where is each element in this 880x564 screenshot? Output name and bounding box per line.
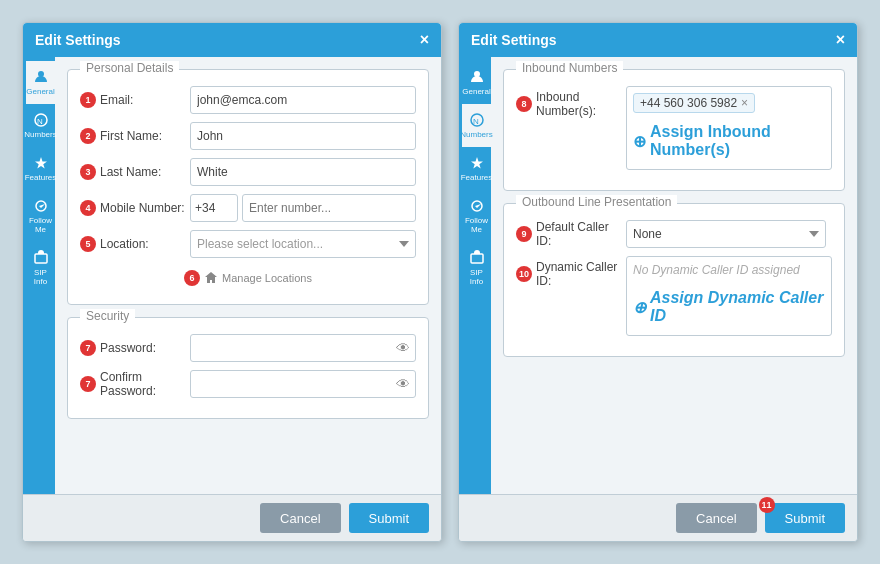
left-cancel-button[interactable]: Cancel: [260, 503, 340, 533]
left-dialog-header: Edit Settings ×: [23, 23, 441, 57]
svg-rect-3: [35, 254, 47, 263]
right-sidebar-item-numbers[interactable]: N Numbers: [459, 104, 491, 147]
lastname-badge: 3: [80, 164, 96, 180]
security-section: Security 7 Password: 👁: [67, 317, 429, 419]
password-label-group: 7 Password:: [80, 340, 190, 356]
left-sidebar: General N Numbers Features Follow Me SIP…: [23, 57, 55, 494]
personal-details-section: Personal Details 1 Email: 2: [67, 69, 429, 305]
inbound-number-value: +44 560 306 5982: [640, 96, 737, 110]
right-sidebar-item-sip[interactable]: SIP Info: [459, 242, 491, 294]
manage-locations-row[interactable]: 6 Manage Locations: [80, 266, 416, 292]
right-submit-button[interactable]: Submit: [765, 503, 845, 533]
right-cancel-button[interactable]: Cancel: [676, 503, 756, 533]
location-label-text: Location:: [100, 237, 149, 251]
inbound-label-group: 8 Inbound Number(s):: [516, 86, 626, 118]
right-dialog-header: Edit Settings ×: [459, 23, 857, 57]
email-input[interactable]: [190, 86, 416, 114]
manage-locations-label: Manage Locations: [222, 272, 312, 284]
assign-inbound-link[interactable]: ⊕ Assign Inbound Number(s): [633, 117, 825, 163]
caller-id-label-text: Default Caller ID:: [536, 220, 626, 248]
email-row: 1 Email:: [80, 86, 416, 114]
inbound-section: Inbound Numbers 8 Inbound Number(s): +44…: [503, 69, 845, 191]
caller-id-label-group: 9 Default Caller ID:: [516, 220, 626, 248]
sidebar-item-numbers[interactable]: N Numbers: [23, 104, 55, 147]
firstname-input[interactable]: [190, 122, 416, 150]
right-dialog-close[interactable]: ×: [836, 31, 845, 49]
security-content: 7 Password: 👁 7 Confirm Password:: [68, 318, 428, 418]
firstname-badge: 2: [80, 128, 96, 144]
right-sidebar: General N Numbers Features Follow Me SIP…: [459, 57, 491, 494]
inbound-number-tag: +44 560 306 5982 ×: [633, 93, 755, 113]
inbound-row: 8 Inbound Number(s): +44 560 306 5982 × …: [516, 86, 832, 170]
sidebar-numbers-label: Numbers: [24, 130, 56, 139]
dynamic-label-group: 10 Dynamic Caller ID:: [516, 256, 626, 288]
caller-id-select[interactable]: None: [626, 220, 826, 248]
password-eye-icon[interactable]: 👁: [396, 340, 410, 356]
right-sidebar-sip-label: SIP Info: [464, 268, 489, 286]
password-row: 7 Password: 👁: [80, 334, 416, 362]
dynamic-label-text: Dynamic Caller ID:: [536, 260, 626, 288]
outbound-section: Outbound Line Presentation 9 Default Cal…: [503, 203, 845, 357]
confirm-password-row: 7 Confirm Password: 👁: [80, 370, 416, 398]
right-sidebar-features-label: Features: [461, 173, 493, 182]
sidebar-item-features[interactable]: Features: [23, 147, 55, 190]
confirm-label-text: Confirm Password:: [100, 370, 190, 398]
right-submit-wrapper: 11 Submit: [765, 503, 845, 533]
mobile-number-input[interactable]: [242, 194, 416, 222]
location-select[interactable]: Please select location...: [190, 230, 416, 258]
dynamic-placeholder-text: No Dynamic Caller ID assigned: [633, 263, 825, 277]
left-dialog: Edit Settings × General N Numbers Featur…: [22, 22, 442, 542]
right-sidebar-item-features[interactable]: Features: [459, 147, 491, 190]
password-badge: 7: [80, 340, 96, 356]
right-sidebar-item-general[interactable]: General: [459, 61, 491, 104]
assign-inbound-label: Assign Inbound Number(s): [650, 123, 825, 159]
confirm-badge: 7: [80, 376, 96, 392]
confirm-password-input[interactable]: [190, 370, 416, 398]
firstname-label-text: First Name:: [100, 129, 162, 143]
confirm-eye-icon[interactable]: 👁: [396, 376, 410, 392]
sidebar-item-sipinfo[interactable]: SIP Info: [23, 242, 55, 294]
left-content-area: Personal Details 1 Email: 2: [55, 57, 441, 494]
password-input-wrapper: 👁: [190, 334, 416, 362]
assign-dynamic-link[interactable]: ⊕ Assign Dynamic Caller ID: [633, 283, 825, 329]
firstname-label-group: 2 First Name:: [80, 128, 190, 144]
sidebar-features-label: Features: [25, 173, 57, 182]
mobile-badge: 4: [80, 200, 96, 216]
lastname-label-group: 3 Last Name:: [80, 164, 190, 180]
right-sidebar-item-followme[interactable]: Follow Me: [459, 190, 491, 242]
sidebar-item-general[interactable]: General: [23, 61, 55, 104]
right-content-area: Inbound Numbers 8 Inbound Number(s): +44…: [491, 57, 857, 494]
password-input[interactable]: [190, 334, 416, 362]
location-badge: 5: [80, 236, 96, 252]
country-code-input[interactable]: [190, 194, 238, 222]
left-dialog-body: General N Numbers Features Follow Me SIP…: [23, 57, 441, 494]
caller-id-row: 9 Default Caller ID: None: [516, 220, 832, 248]
right-sidebar-followme-label: Follow Me: [464, 216, 489, 234]
left-submit-button[interactable]: Submit: [349, 503, 429, 533]
dynamic-caller-box: No Dynamic Caller ID assigned ⊕ Assign D…: [626, 256, 832, 336]
assign-dynamic-icon: ⊕: [633, 298, 646, 317]
svg-text:N: N: [37, 117, 43, 126]
left-dialog-close[interactable]: ×: [420, 31, 429, 49]
lastname-input[interactable]: [190, 158, 416, 186]
svg-rect-7: [471, 254, 483, 263]
right-dialog-footer: Cancel 11 Submit: [459, 494, 857, 541]
left-dialog-title: Edit Settings: [35, 32, 121, 48]
sidebar-item-followme[interactable]: Follow Me: [23, 190, 55, 242]
inbound-content: 8 Inbound Number(s): +44 560 306 5982 × …: [504, 70, 844, 190]
personal-details-content: 1 Email: 2 First Name:: [68, 70, 428, 304]
assign-dynamic-label: Assign Dynamic Caller ID: [650, 289, 825, 325]
inbound-tag-close[interactable]: ×: [741, 96, 748, 110]
mobile-label-group: 4 Mobile Number:: [80, 200, 190, 216]
home-icon: [204, 271, 218, 285]
location-row: 5 Location: Please select location...: [80, 230, 416, 258]
lastname-row: 3 Last Name:: [80, 158, 416, 186]
location-label-group: 5 Location:: [80, 236, 190, 252]
right-dialog-body: General N Numbers Features Follow Me SIP…: [459, 57, 857, 494]
dynamic-badge: 10: [516, 266, 532, 282]
email-badge: 1: [80, 92, 96, 108]
inbound-numbers-box: +44 560 306 5982 × ⊕ Assign Inbound Numb…: [626, 86, 832, 170]
personal-details-title: Personal Details: [80, 61, 179, 75]
sidebar-followme-label: Follow Me: [28, 216, 53, 234]
confirm-label-group: 7 Confirm Password:: [80, 370, 190, 398]
